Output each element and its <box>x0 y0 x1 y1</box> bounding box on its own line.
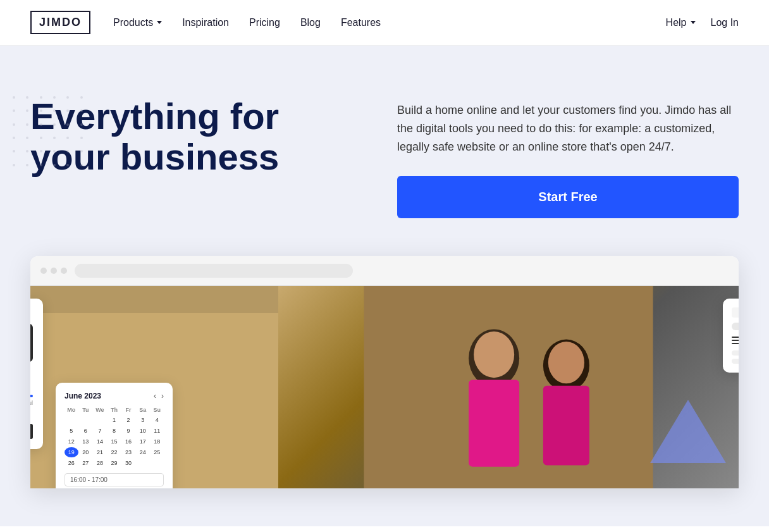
browser-body: Home Coaching About Contact <box>30 286 739 488</box>
grid-dot <box>26 164 28 166</box>
cal-day[interactable]: 29 <box>108 458 121 468</box>
cal-day[interactable]: 26 <box>65 458 78 468</box>
grid-dot <box>66 164 69 166</box>
dot-red <box>40 268 47 274</box>
nav-item-products[interactable]: Products <box>113 17 162 28</box>
create-palette-link[interactable]: Create palette from image <box>30 368 33 376</box>
grid-dot <box>66 123 69 126</box>
cal-day[interactable]: 20 <box>79 447 93 457</box>
nav-link-pricing[interactable]: Pricing <box>249 17 280 28</box>
nav-link-products[interactable]: Products <box>113 17 162 28</box>
grid-dot <box>66 109 69 112</box>
cal-header-su: Su <box>150 405 164 414</box>
cal-day[interactable] <box>136 458 150 468</box>
hero-content: Everything for your business Build a hom… <box>30 96 739 218</box>
browser-frame: Home Coaching About Contact <box>30 256 739 488</box>
cal-day[interactable] <box>79 415 93 425</box>
ham-line <box>732 340 739 341</box>
grid-dot <box>80 109 83 112</box>
saturation-label: Saturation <box>30 383 33 391</box>
grid-dot <box>53 123 56 126</box>
browser-topbar <box>30 256 739 286</box>
svg-rect-5 <box>543 386 589 466</box>
grid-dot <box>80 137 83 139</box>
grid-dot <box>40 109 42 112</box>
cal-day[interactable]: 7 <box>93 426 107 436</box>
cal-day[interactable]: 15 <box>108 436 121 447</box>
nav-link-inspiration[interactable]: Inspiration <box>182 17 229 28</box>
saturation-bar[interactable] <box>30 395 33 397</box>
cal-day[interactable]: 22 <box>108 447 121 457</box>
logo[interactable]: JIMDO <box>30 11 90 34</box>
cal-day[interactable]: 5 <box>65 426 78 436</box>
saturation-labels: muted mellow bright colorful <box>30 400 33 406</box>
start-free-button[interactable]: Start Free <box>397 176 739 218</box>
cal-day[interactable]: 2 <box>121 415 135 425</box>
grid-dot <box>26 96 28 99</box>
grid-dot <box>26 150 28 152</box>
cal-day[interactable]: 24 <box>136 447 150 457</box>
cal-day[interactable]: 12 <box>65 436 78 447</box>
grid-dot <box>53 164 56 166</box>
cal-day[interactable]: 27 <box>79 458 93 468</box>
help-button[interactable]: Help <box>666 17 696 28</box>
cal-day[interactable]: 25 <box>150 447 164 457</box>
nav-item-features[interactable]: Features <box>341 17 381 28</box>
calendar-grid: Mo Tu We Th Fr Sa Su 1 2 3 4 <box>65 405 164 468</box>
main-nav: JIMDO Products Inspiration Pricing Blog … <box>0 0 769 46</box>
cal-day[interactable] <box>65 415 78 425</box>
calendar-arrows[interactable]: ‹ › <box>154 392 164 400</box>
calendar-card: June 2023 ‹ › Mo Tu We Th Fr Sa Su <box>56 383 173 488</box>
login-button[interactable]: Log In <box>711 17 739 28</box>
cal-day[interactable]: 3 <box>136 415 150 425</box>
nav-left: JIMDO Products Inspiration Pricing Blog … <box>30 11 381 34</box>
cal-day[interactable]: 14 <box>93 436 107 447</box>
time-slot: 16:00 - 17:00 <box>65 473 164 486</box>
card-right-topbar <box>732 307 739 318</box>
dot-green <box>61 268 67 274</box>
cal-day[interactable]: 11 <box>150 426 164 436</box>
grid-dot <box>26 109 28 112</box>
cal-day[interactable]: 23 <box>121 447 135 457</box>
color-palette-title: Color Palette <box>30 309 33 318</box>
cal-day[interactable]: 9 <box>121 426 135 436</box>
cal-day[interactable]: 17 <box>136 436 150 447</box>
cal-day[interactable]: 13 <box>79 436 93 447</box>
chevron-down-icon <box>691 21 696 24</box>
cal-day[interactable]: 16 <box>121 436 135 447</box>
cal-header-tu: Tu <box>79 405 93 414</box>
cal-day[interactable]: 10 <box>136 426 150 436</box>
card-right-url <box>732 323 739 330</box>
cal-day[interactable] <box>93 415 107 425</box>
cal-day[interactable]: 4 <box>150 415 164 425</box>
grid-dot <box>66 96 69 99</box>
ham-line <box>732 343 739 344</box>
nav-link-features[interactable]: Features <box>341 17 381 28</box>
cal-day[interactable]: 18 <box>150 436 164 447</box>
cal-header-mo: Mo <box>65 405 78 414</box>
nav-item-blog[interactable]: Blog <box>300 17 321 28</box>
hero-right: Build a home online and let your custome… <box>397 96 739 218</box>
cal-day[interactable]: 30 <box>121 458 135 468</box>
grid-dot <box>66 150 69 152</box>
calendar-month-title: June 2023 <box>65 392 101 400</box>
nav-link-blog[interactable]: Blog <box>300 17 321 28</box>
cal-day[interactable]: 21 <box>93 447 107 457</box>
cal-day[interactable]: 28 <box>93 458 107 468</box>
grid-dot <box>13 109 15 112</box>
cal-day[interactable] <box>150 458 164 468</box>
svg-point-6 <box>548 342 584 383</box>
cal-day[interactable]: 1 <box>108 415 121 425</box>
grid-dot <box>40 96 42 99</box>
nav-item-inspiration[interactable]: Inspiration <box>182 17 229 28</box>
calendar-prev-arrow[interactable]: ‹ <box>154 392 156 400</box>
dot-yellow <box>51 268 57 274</box>
nav-item-pricing[interactable]: Pricing <box>249 17 280 28</box>
cal-day[interactable]: 8 <box>108 426 121 436</box>
calendar-next-arrow[interactable]: › <box>161 392 164 400</box>
cal-day-today[interactable]: 19 <box>65 447 78 457</box>
cal-day[interactable]: 6 <box>79 426 93 436</box>
right-preview-card <box>723 299 739 373</box>
nav-right: Help Log In <box>666 17 739 28</box>
color-palette-card: Color Palette Create palette from image … <box>30 299 43 449</box>
